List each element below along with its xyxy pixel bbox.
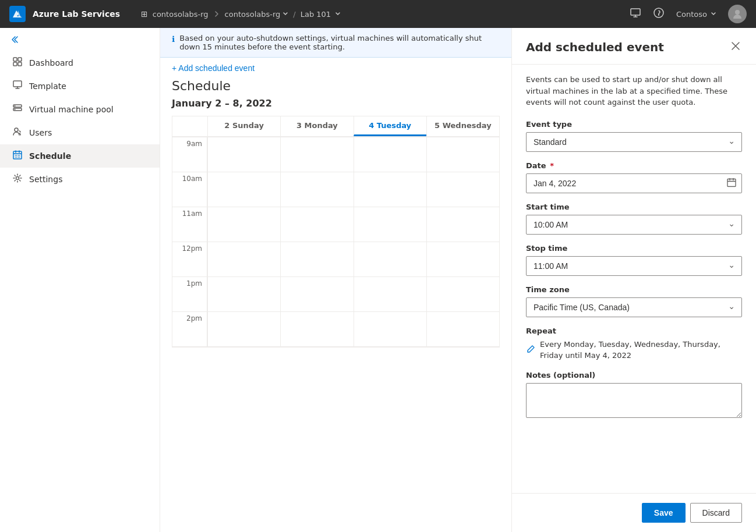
cell-1pm-sun[interactable]	[207, 277, 280, 311]
date-required-asterisk: *	[550, 161, 554, 170]
cell-12pm-tue[interactable]	[354, 242, 426, 276]
date-input[interactable]	[526, 173, 742, 193]
svg-point-13	[15, 128, 18, 132]
start-time-label: Start time	[526, 203, 742, 211]
svg-rect-1	[631, 9, 640, 15]
save-button[interactable]: Save	[642, 503, 686, 523]
bc-lab-chevron-icon	[335, 11, 341, 17]
topbar: Azure Lab Services ⊞ contosolabs-rg cont…	[0, 0, 756, 28]
sidebar-item-schedule[interactable]: Schedule	[0, 144, 160, 168]
breadcrumb-lab[interactable]: Lab 101	[301, 10, 341, 19]
date-group: Date *	[526, 161, 742, 193]
panel-header: Add scheduled event	[512, 28, 756, 65]
timezone-select[interactable]: Pacific Time (US, Canada) Eastern Time (…	[526, 297, 742, 317]
avatar[interactable]	[728, 5, 747, 23]
sidebar-item-template[interactable]: Template	[0, 75, 160, 98]
start-time-select[interactable]: 9:00 AM 10:00 AM 11:00 AM 12:00 PM	[526, 215, 742, 235]
notes-group: Notes (optional)	[526, 371, 742, 420]
svg-rect-5	[18, 58, 22, 61]
vmp-label: Virtual machine pool	[29, 105, 114, 114]
schedule-label: Schedule	[29, 151, 71, 161]
add-event-bar: + Add scheduled event	[160, 58, 511, 79]
svg-rect-4	[13, 58, 17, 61]
users-label: Users	[29, 128, 52, 137]
sidebar-collapse-btn[interactable]	[0, 28, 160, 51]
cell-1pm-wed[interactable]	[426, 277, 499, 311]
cell-10am-tue[interactable]	[354, 172, 426, 207]
time-11am: 11am	[172, 207, 207, 242]
time-row-10am: 10am	[172, 172, 499, 207]
stop-time-select[interactable]: 10:00 AM 11:00 AM 12:00 PM	[526, 256, 742, 276]
sidebar-item-vmp[interactable]: Virtual machine pool	[0, 98, 160, 121]
notes-input[interactable]	[526, 383, 742, 418]
cell-11am-tue[interactable]	[354, 207, 426, 242]
info-banner: ℹ Based on your auto-shutdown settings, …	[160, 28, 511, 58]
sidebar-item-users[interactable]: Users	[0, 121, 160, 144]
main-layout: Dashboard Template Virtual machine pool …	[0, 28, 756, 532]
cell-10am-wed[interactable]	[426, 172, 499, 207]
tuesday-num: 4 Tuesday	[359, 121, 422, 130]
time-row-9am: 9am	[172, 137, 499, 172]
monitor-icon[interactable]	[630, 7, 641, 22]
vmp-icon	[12, 104, 23, 115]
panel-close-button[interactable]	[729, 40, 742, 55]
cell-11am-wed[interactable]	[426, 207, 499, 242]
users-icon	[12, 127, 23, 139]
collapse-icon	[9, 35, 19, 44]
sidebar-item-dashboard[interactable]: Dashboard	[0, 51, 160, 75]
add-scheduled-event-button[interactable]: + Add scheduled event	[172, 63, 255, 73]
svg-point-15	[16, 177, 19, 180]
breadcrumb-resource-group[interactable]: contosolabs-rg	[153, 10, 209, 19]
cell-2pm-wed[interactable]	[426, 312, 499, 346]
stop-time-group: Stop time 10:00 AM 11:00 AM 12:00 PM	[526, 244, 742, 276]
panel-description: Events can be used to start up and/or sh…	[526, 74, 742, 108]
cell-1pm-tue[interactable]	[354, 277, 426, 311]
schedule-title: Schedule	[172, 79, 500, 93]
settings-label: Settings	[29, 175, 62, 184]
cell-9am-sun[interactable]	[207, 137, 280, 172]
panel-footer: Save Discard	[512, 493, 756, 532]
cell-12pm-sun[interactable]	[207, 242, 280, 276]
cell-2pm-sun[interactable]	[207, 312, 280, 346]
cell-10am-sun[interactable]	[207, 172, 280, 207]
cell-9am-tue[interactable]	[354, 137, 426, 172]
col-sunday: 2 Sunday	[207, 116, 280, 136]
breadcrumb-dropdown-1[interactable]: contosolabs-rg	[225, 10, 289, 19]
dashboard-label: Dashboard	[29, 58, 73, 68]
cell-11am-mon[interactable]	[280, 207, 353, 242]
svg-rect-7	[18, 62, 22, 66]
info-banner-text: Based on your auto-shutdown settings, vi…	[179, 34, 500, 51]
discard-button[interactable]: Discard	[690, 503, 742, 523]
schedule-area: Schedule January 2 – 8, 2022 2 Sunday 3 …	[160, 79, 511, 532]
cell-10am-mon[interactable]	[280, 172, 353, 207]
settings-icon	[12, 173, 23, 185]
close-icon	[732, 42, 740, 50]
event-type-select-wrapper: Standard Lab Start Lab Stop	[526, 132, 742, 152]
repeat-edit-icon[interactable]	[526, 345, 535, 356]
cell-12pm-mon[interactable]	[280, 242, 353, 276]
time-9am: 9am	[172, 137, 207, 172]
cell-2pm-tue[interactable]	[354, 312, 426, 346]
time-10am: 10am	[172, 172, 207, 207]
help-icon[interactable]	[653, 7, 665, 22]
breadcrumb: ⊞ contosolabs-rg contosolabs-rg / Lab 10…	[141, 9, 341, 19]
breadcrumb-separator: /	[293, 10, 295, 19]
calendar-grid: 2 Sunday 3 Monday 4 Tuesday 5 Wednesday …	[172, 116, 500, 347]
cell-9am-mon[interactable]	[280, 137, 353, 172]
date-label-text: Date	[526, 161, 546, 170]
cell-11am-sun[interactable]	[207, 207, 280, 242]
cell-9am-wed[interactable]	[426, 137, 499, 172]
cell-2pm-mon[interactable]	[280, 312, 353, 346]
sidebar-item-settings[interactable]: Settings	[0, 168, 160, 191]
panel-body: Events can be used to start up and/or sh…	[512, 65, 756, 493]
user-menu[interactable]: Contoso	[676, 10, 716, 19]
cell-1pm-mon[interactable]	[280, 277, 353, 311]
start-time-group: Start time 9:00 AM 10:00 AM 11:00 AM 12:…	[526, 203, 742, 235]
col-wednesday: 5 Wednesday	[426, 116, 499, 136]
repeat-row: Every Monday, Tuesday, Wednesday, Thursd…	[526, 339, 742, 361]
time-row-12pm: 12pm	[172, 242, 499, 277]
cell-12pm-wed[interactable]	[426, 242, 499, 276]
svg-rect-8	[13, 81, 22, 87]
info-icon: ℹ	[172, 34, 175, 44]
event-type-select[interactable]: Standard Lab Start Lab Stop	[526, 132, 742, 152]
